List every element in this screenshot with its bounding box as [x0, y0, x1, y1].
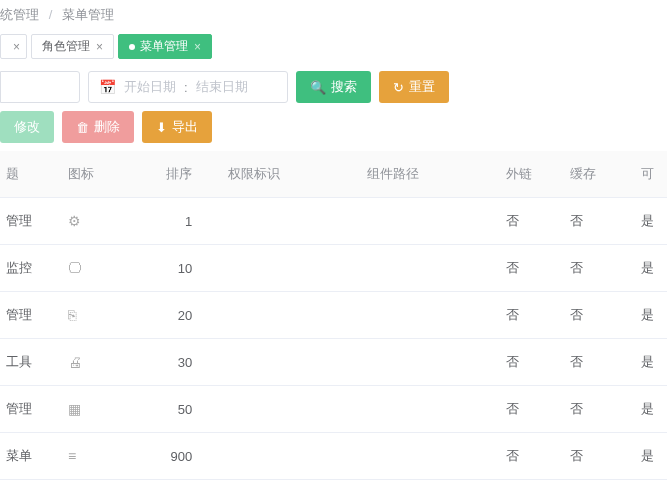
cell-ext: 否	[500, 386, 564, 433]
cell-cache: 否	[564, 292, 635, 339]
table-row[interactable]: 管理⎘20否否是	[0, 292, 667, 339]
col-perm: 权限标识	[222, 151, 361, 198]
cell-title: 监控	[0, 245, 62, 292]
cell-icon: ⚙	[62, 198, 141, 245]
cell-cache: 否	[564, 339, 635, 386]
cell-icon: ⎘	[62, 292, 141, 339]
reset-label: 重置	[409, 78, 435, 96]
edit-label: 修改	[14, 118, 40, 136]
cell-icon: ▦	[62, 386, 141, 433]
cell-icon: 🖨	[62, 339, 141, 386]
col-sort: 排序	[141, 151, 222, 198]
search-icon: 🔍	[310, 81, 326, 94]
cell-title: 管理	[0, 386, 62, 433]
date-sep: :	[184, 80, 188, 95]
table-row[interactable]: 管理▦50否否是	[0, 386, 667, 433]
cell-perm	[222, 198, 361, 245]
cell-ext: 否	[500, 198, 564, 245]
cell-ext: 否	[500, 433, 564, 480]
cell-path	[361, 339, 500, 386]
cell-cache: 否	[564, 386, 635, 433]
cell-perm	[222, 245, 361, 292]
name-input[interactable]	[0, 71, 80, 103]
cell-icon: 🖵	[62, 245, 141, 292]
cell-perm	[222, 339, 361, 386]
date-start-placeholder: 开始日期	[124, 78, 176, 96]
cell-sort: 20	[141, 292, 222, 339]
tab-menu-mgmt[interactable]: 菜单管理 ×	[118, 34, 212, 59]
close-icon[interactable]: ×	[13, 40, 20, 54]
tab-label: 菜单管理	[140, 38, 188, 55]
cell-vis: 是	[635, 433, 667, 480]
table-row[interactable]: 工具🖨30否否是	[0, 339, 667, 386]
cell-path	[361, 245, 500, 292]
cell-sort: 30	[141, 339, 222, 386]
cell-title: 管理	[0, 198, 62, 245]
reset-button[interactable]: ↻ 重置	[379, 71, 449, 103]
date-end-placeholder: 结束日期	[196, 78, 248, 96]
cell-icon: ≡	[62, 433, 141, 480]
action-bar: 修改 🗑 删除 ⬇ 导出	[0, 111, 667, 143]
edit-button[interactable]: 修改	[0, 111, 54, 143]
cell-perm	[222, 433, 361, 480]
tab-partial[interactable]: ×	[0, 34, 27, 59]
search-button[interactable]: 🔍 搜索	[296, 71, 371, 103]
calendar-icon: 📅	[99, 79, 116, 95]
cell-title: 菜单	[0, 433, 62, 480]
table-row[interactable]: 管理⚙1否否是	[0, 198, 667, 245]
tab-label: 角色管理	[42, 38, 90, 55]
cell-vis: 是	[635, 386, 667, 433]
table-header-row: 题 图标 排序 权限标识 组件路径 外链 缓存 可	[0, 151, 667, 198]
refresh-icon: ↻	[393, 81, 404, 94]
cell-vis: 是	[635, 292, 667, 339]
cell-perm	[222, 292, 361, 339]
date-range-picker[interactable]: 📅 开始日期 : 结束日期	[88, 71, 288, 103]
download-icon: ⬇	[156, 121, 167, 134]
table-row[interactable]: 监控🖵10否否是	[0, 245, 667, 292]
col-vis: 可	[635, 151, 667, 198]
delete-label: 删除	[94, 118, 120, 136]
search-bar: 📅 开始日期 : 结束日期 🔍 搜索 ↻ 重置	[0, 71, 667, 103]
cell-vis: 是	[635, 339, 667, 386]
export-button[interactable]: ⬇ 导出	[142, 111, 212, 143]
cell-vis: 是	[635, 198, 667, 245]
cell-path	[361, 433, 500, 480]
breadcrumb-part2: 菜单管理	[62, 7, 114, 22]
col-title: 题	[0, 151, 62, 198]
cell-ext: 否	[500, 292, 564, 339]
cell-sort: 1	[141, 198, 222, 245]
breadcrumb: 统管理 / 菜单管理	[0, 0, 667, 30]
menu-table: 题 图标 排序 权限标识 组件路径 外链 缓存 可 管理⚙1否否是监控🖵10否否…	[0, 151, 667, 480]
export-label: 导出	[172, 118, 198, 136]
cell-path	[361, 386, 500, 433]
delete-button[interactable]: 🗑 删除	[62, 111, 134, 143]
cell-path	[361, 198, 500, 245]
cell-cache: 否	[564, 245, 635, 292]
cell-sort: 900	[141, 433, 222, 480]
cell-sort: 10	[141, 245, 222, 292]
tabs: × 角色管理 × 菜单管理 ×	[0, 34, 667, 59]
close-icon[interactable]: ×	[194, 40, 201, 54]
col-path: 组件路径	[361, 151, 500, 198]
close-icon[interactable]: ×	[96, 40, 103, 54]
breadcrumb-sep: /	[49, 7, 53, 22]
cell-vis: 是	[635, 245, 667, 292]
cell-title: 管理	[0, 292, 62, 339]
cell-path	[361, 292, 500, 339]
col-ext: 外链	[500, 151, 564, 198]
cell-sort: 50	[141, 386, 222, 433]
cell-perm	[222, 386, 361, 433]
cell-title: 工具	[0, 339, 62, 386]
table-row[interactable]: 菜单≡900否否是	[0, 433, 667, 480]
breadcrumb-part1: 统管理	[0, 7, 39, 22]
cell-cache: 否	[564, 198, 635, 245]
cell-ext: 否	[500, 339, 564, 386]
tab-role-mgmt[interactable]: 角色管理 ×	[31, 34, 114, 59]
cell-cache: 否	[564, 433, 635, 480]
col-icon: 图标	[62, 151, 141, 198]
search-label: 搜索	[331, 78, 357, 96]
cell-ext: 否	[500, 245, 564, 292]
col-cache: 缓存	[564, 151, 635, 198]
trash-icon: 🗑	[76, 121, 89, 134]
